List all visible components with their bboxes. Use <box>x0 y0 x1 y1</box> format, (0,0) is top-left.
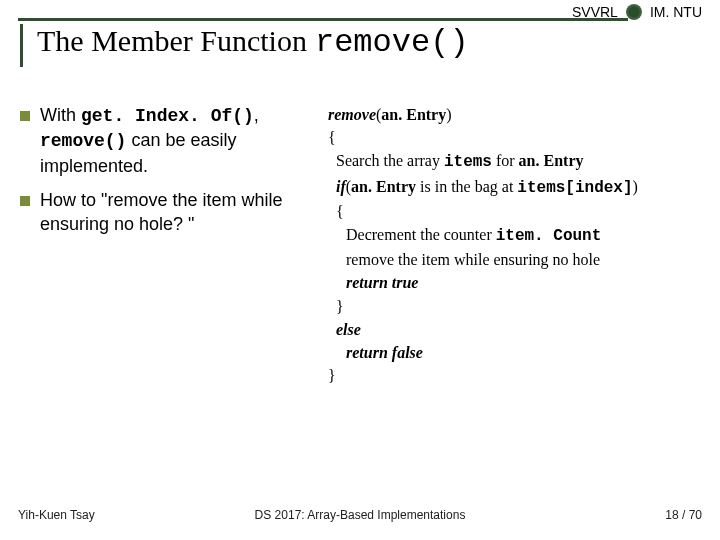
pseudo-line: remove the item while ensuring no hole <box>328 248 702 271</box>
footer-author: Yih-Kuen Tsay <box>18 508 95 522</box>
footer-course: DS 2017: Array-Based Implementations <box>255 508 466 522</box>
list-item: With get. Index. Of(), remove() can be e… <box>20 103 318 178</box>
pseudo-arg: an. Entry <box>351 178 416 195</box>
pseudo-line: { <box>328 200 702 223</box>
header-right: SVVRL IM. NTU <box>572 4 702 20</box>
pseudo-text: Search the array <box>336 152 444 169</box>
pseudo-line: return true <box>328 271 702 294</box>
bullet-list: With get. Index. Of(), remove() can be e… <box>18 103 318 387</box>
pseudo-arg: an. Entry <box>519 152 584 169</box>
slide-title: The Member Function remove() <box>20 24 702 67</box>
pseudo-line: else <box>328 318 702 341</box>
pseudo-line: return false <box>328 341 702 364</box>
pseudo-code: item. Count <box>496 227 602 245</box>
pseudo-line: } <box>328 364 702 387</box>
title-prefix: The Member Function <box>37 24 307 58</box>
pseudo-line: Search the array items for an. Entry <box>328 149 702 174</box>
list-item: How to "remove the item while ensuring n… <box>20 188 318 237</box>
crest-icon <box>626 4 642 20</box>
pseudo-line: Decrement the counter item. Count <box>328 223 702 248</box>
bullet-icon <box>20 196 30 206</box>
title-rule <box>18 18 628 21</box>
bullet-span: , <box>254 105 259 125</box>
pseudo-kw: if <box>336 178 346 195</box>
bullet-code: get. Index. Of() <box>81 106 254 126</box>
slide-footer: Yih-Kuen Tsay DS 2017: Array-Based Imple… <box>18 508 702 522</box>
pseudo-text: Decrement the counter <box>346 226 496 243</box>
pseudo-code: items <box>444 153 492 171</box>
bullet-icon <box>20 111 30 121</box>
title-code: remove() <box>315 24 469 61</box>
pseudo-text: is in the bag at <box>416 178 517 195</box>
pseudo-kw: remove <box>328 106 376 123</box>
imntu-label: IM. NTU <box>650 4 702 20</box>
pseudo-line: if(an. Entry is in the bag at items[inde… <box>328 175 702 200</box>
footer-page: 18 / 70 <box>665 508 702 522</box>
pseudo-line: { <box>328 126 702 149</box>
pseudo-line: } <box>328 295 702 318</box>
bullet-span: With <box>40 105 81 125</box>
pseudo-text: for <box>492 152 519 169</box>
bullet-span: How to "remove the item while ensuring n… <box>40 190 282 234</box>
pseudo-text: ) <box>446 106 451 123</box>
slide-body: With get. Index. Of(), remove() can be e… <box>18 103 702 387</box>
svvrl-label: SVVRL <box>572 4 618 20</box>
pseudo-text: ) <box>633 178 638 195</box>
pseudocode-box: remove(an. Entry) { Search the array ite… <box>328 103 702 387</box>
bullet-text: With get. Index. Of(), remove() can be e… <box>40 103 318 178</box>
pseudo-arg: an. Entry <box>381 106 446 123</box>
bullet-text: How to "remove the item while ensuring n… <box>40 188 318 237</box>
bullet-code: remove() <box>40 131 126 151</box>
pseudo-line: remove(an. Entry) <box>328 103 702 126</box>
slide: SVVRL IM. NTU The Member Function remove… <box>0 0 720 540</box>
pseudo-code: items[index] <box>517 179 632 197</box>
